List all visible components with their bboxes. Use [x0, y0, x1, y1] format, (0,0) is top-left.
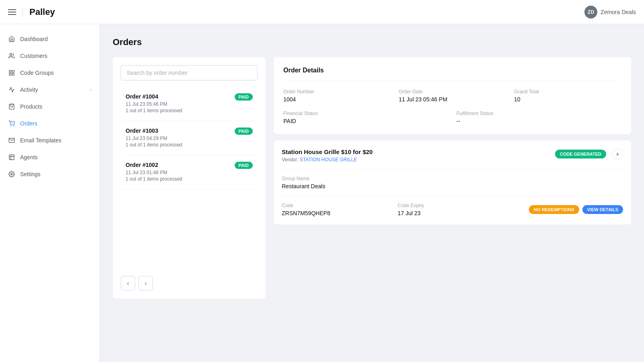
order-info-1002: Order #1002 11 Jul 23 01:46 PM 1 out of …: [126, 162, 182, 183]
search-input[interactable]: [121, 65, 258, 80]
order-info-1003: Order #1003 11 Jul 23 04:29 PM 1 out of …: [126, 128, 182, 148]
product-info: Station House Grille $10 for $20 Vendor:…: [282, 148, 373, 162]
sidebar: Dashboard Customers Code Groups Activity: [0, 24, 100, 362]
view-details-button[interactable]: VIEW DETAILS: [582, 205, 623, 214]
sidebar-label-code-groups: Code Groups: [20, 70, 54, 76]
vendor-name[interactable]: STATION HOUSE GRILLE: [300, 157, 357, 162]
svg-point-6: [10, 125, 11, 126]
group-name-label: Group Name: [282, 176, 623, 181]
order-date-label: Order Date: [399, 89, 506, 95]
order-item-1004[interactable]: Order #1004 11 Jul 23 05:46 PM 1 out of …: [121, 87, 258, 121]
code-grid: Code ZRSN7M59QHEP8 Code Expiry 17 Jul 23…: [282, 203, 623, 216]
order-details-grid-2: Financial Status PAID Fulfillment Status…: [283, 111, 621, 124]
expiry-value: 17 Jul 23: [398, 210, 507, 216]
sidebar-item-products[interactable]: Products: [0, 98, 99, 115]
product-vendor: Vendor: STATION HOUSE GRILLE: [282, 157, 373, 162]
agent-icon: [8, 154, 15, 161]
cart-icon: [8, 120, 15, 127]
sidebar-item-email-templates[interactable]: Email Templates: [0, 132, 99, 149]
app-logo: Palley: [23, 7, 55, 17]
sidebar-label-dashboard: Dashboard: [20, 36, 48, 42]
detail-grand-total: Grand Total 10: [514, 89, 621, 103]
code-group: Code ZRSN7M59QHEP8: [282, 203, 391, 216]
chevron-icon: ‹: [90, 87, 91, 93]
sidebar-item-code-groups[interactable]: Code Groups: [0, 64, 99, 81]
expiry-label: Code Expiry: [398, 203, 507, 208]
detail-fulfillment-status: Fulfillment Status --: [456, 111, 621, 124]
order-items-1004: 1 out of 1 items processed: [126, 108, 182, 113]
content-grid: Order #1004 11 Jul 23 05:46 PM 1 out of …: [113, 57, 631, 298]
sidebar-label-agents: Agents: [20, 154, 38, 160]
next-page-button[interactable]: ›: [138, 276, 153, 290]
prev-page-button[interactable]: ‹: [121, 276, 135, 290]
settings-icon: [8, 171, 15, 178]
user-name: Zemora Deals: [601, 9, 636, 15]
order-item-1002[interactable]: Order #1002 11 Jul 23 01:46 PM 1 out of …: [121, 155, 258, 189]
product-title: Station House Grille $10 for $20: [282, 148, 373, 155]
svg-rect-1: [9, 70, 11, 72]
order-number-1004: Order #1004: [126, 93, 182, 100]
order-details-grid: Order Number 1004 Order Date 11 Jul 23 0…: [283, 89, 621, 103]
code-label: Code: [282, 203, 391, 208]
sidebar-label-email-templates: Email Templates: [20, 137, 61, 144]
detail-financial-status: Financial Status PAID: [283, 111, 448, 124]
topbar: Palley ZD Zemora Deals: [0, 0, 644, 24]
sidebar-item-activity[interactable]: Activity ‹: [0, 81, 99, 98]
grid-icon: [8, 69, 15, 76]
grand-total-label: Grand Total: [514, 89, 621, 95]
order-details-panel: Order Details Order Number 1004 Order Da…: [274, 57, 631, 298]
sidebar-item-dashboard[interactable]: Dashboard: [0, 31, 99, 47]
order-number-1003: Order #1003: [126, 128, 182, 134]
sidebar-label-customers: Customers: [20, 53, 47, 59]
detail-order-number: Order Number 1004: [283, 89, 391, 103]
product-card: Station House Grille $10 for $20 Vendor:…: [274, 140, 631, 224]
order-details-card: Order Details Order Number 1004 Order Da…: [274, 57, 631, 134]
sidebar-item-settings[interactable]: Settings: [0, 166, 99, 183]
order-status-1003: PAID: [235, 128, 253, 135]
vendor-label: Vendor:: [282, 157, 298, 162]
home-icon: [8, 35, 15, 43]
product-header: Station House Grille $10 for $20 Vendor:…: [282, 148, 623, 162]
layout: Dashboard Customers Code Groups Activity: [0, 24, 644, 362]
main-content: Orders Order #1004 11 Jul 23 05:46 PM 1 …: [100, 24, 644, 362]
orders-panel: Order #1004 11 Jul 23 05:46 PM 1 out of …: [113, 57, 266, 298]
users-icon: [8, 52, 15, 60]
divider-2: [282, 196, 623, 196]
mail-icon: [8, 137, 15, 144]
divider: [282, 169, 623, 169]
order-items-1002: 1 out of 1 items processed: [126, 176, 182, 182]
sidebar-label-activity: Activity: [20, 86, 38, 93]
order-date-1004: 11 Jul 23 05:46 PM: [126, 101, 182, 107]
order-info-1004: Order #1004 11 Jul 23 05:46 PM 1 out of …: [126, 93, 182, 114]
expiry-group: Code Expiry 17 Jul 23: [398, 203, 507, 216]
svg-rect-4: [9, 73, 11, 75]
sidebar-label-products: Products: [20, 103, 42, 110]
collapse-button[interactable]: ∧: [612, 148, 623, 160]
sidebar-label-settings: Settings: [20, 171, 41, 177]
order-status-1002: PAID: [235, 162, 253, 169]
order-item-1003[interactable]: Order #1003 11 Jul 23 04:29 PM 1 out of …: [121, 121, 258, 155]
order-date-1003: 11 Jul 23 04:29 PM: [126, 136, 182, 141]
order-items-1003: 1 out of 1 items processed: [126, 142, 182, 148]
grand-total-value: 10: [514, 96, 621, 103]
code-actions: NO REDEMPTIONS VIEW DETAILS: [514, 205, 623, 214]
page-title: Orders: [113, 37, 631, 47]
group-name-value: Restaurant Deals: [282, 183, 623, 189]
activity-icon: [8, 86, 15, 93]
topbar-left: Palley: [8, 7, 55, 17]
pagination-controls: ‹ ›: [121, 269, 258, 290]
financial-status-value: PAID: [283, 118, 448, 124]
product-header-right: CODE GENERATED ∧: [555, 148, 623, 160]
sidebar-item-customers[interactable]: Customers: [0, 47, 99, 64]
code-generated-badge: CODE GENERATED: [555, 150, 606, 158]
hamburger-menu[interactable]: [8, 9, 16, 15]
order-number-label: Order Number: [283, 89, 391, 95]
product-group: Group Name Restaurant Deals: [282, 176, 623, 189]
sidebar-item-orders[interactable]: Orders: [0, 115, 99, 132]
topbar-right: ZD Zemora Deals: [584, 6, 636, 19]
no-redemptions-button[interactable]: NO REDEMPTIONS: [529, 205, 579, 214]
order-date-1002: 11 Jul 23 01:46 PM: [126, 170, 182, 175]
fulfillment-status-label: Fulfillment Status: [456, 111, 621, 116]
sidebar-item-agents[interactable]: Agents: [0, 149, 99, 166]
order-number-value: 1004: [283, 96, 391, 103]
